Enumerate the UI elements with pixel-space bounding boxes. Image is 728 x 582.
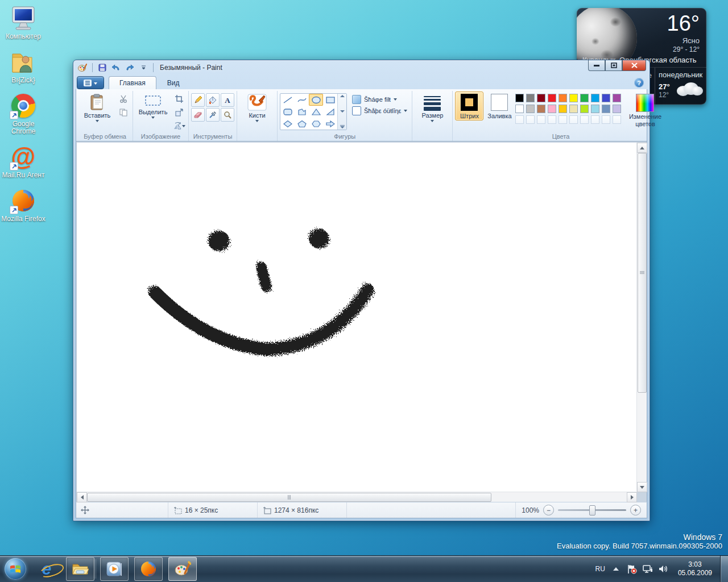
crop-button[interactable]: [172, 93, 186, 105]
help-icon[interactable]: ?: [634, 78, 644, 88]
volume-icon[interactable]: [659, 564, 669, 574]
color-picker-tool-button[interactable]: [206, 108, 220, 122]
redo-button[interactable]: [124, 63, 135, 73]
palette-empty-slot[interactable]: [537, 115, 545, 124]
copy-button[interactable]: [117, 106, 130, 119]
tab-view[interactable]: Вид: [156, 76, 191, 89]
action-center-flag-icon[interactable]: [627, 564, 637, 574]
paint-app-icon[interactable]: [77, 63, 88, 73]
desktop-icon-user-folder[interactable]: Bı{Zick}: [1, 48, 46, 84]
taskbar-paint-button[interactable]: [168, 557, 197, 581]
select-button[interactable]: Выделить: [135, 92, 171, 120]
shape-hexagon[interactable]: [309, 118, 323, 130]
palette-swatch[interactable]: [613, 105, 621, 113]
palette-swatch[interactable]: [515, 94, 524, 102]
palette-swatch[interactable]: [537, 105, 545, 113]
horizontal-scrollbar[interactable]: [77, 492, 637, 502]
desktop-icon-computer[interactable]: Компьютер: [1, 5, 46, 40]
desktop-icon-firefox[interactable]: Mozilla Firefox: [1, 187, 46, 223]
shape-pentagon[interactable]: [295, 118, 309, 130]
start-button[interactable]: [5, 558, 26, 580]
taskbar-clock[interactable]: 3:03 05.06.2009: [675, 560, 715, 577]
cut-button[interactable]: [117, 93, 130, 105]
shape-right-triangle[interactable]: [323, 106, 337, 118]
shape-polygon[interactable]: [295, 106, 309, 118]
rotate-button[interactable]: [172, 120, 186, 132]
horizontal-scroll-thumb[interactable]: [87, 493, 491, 502]
palette-swatch[interactable]: [548, 94, 556, 102]
color2-button[interactable]: Заливка: [485, 92, 514, 120]
palette-swatch[interactable]: [537, 94, 545, 102]
palette-empty-slot[interactable]: [613, 115, 621, 124]
shape-triangle[interactable]: [309, 106, 323, 118]
edit-colors-button[interactable]: Изменение цветов: [624, 92, 666, 128]
zoom-slider-thumb[interactable]: [589, 505, 595, 516]
taskbar-firefox-button[interactable]: [134, 557, 163, 581]
palette-swatch[interactable]: [559, 94, 567, 102]
desktop-icon-chrome[interactable]: Google Chrome: [1, 92, 46, 135]
palette-empty-slot[interactable]: [526, 115, 535, 124]
undo-button[interactable]: [110, 63, 122, 73]
shape-rectangle[interactable]: [323, 94, 337, 106]
paste-button[interactable]: Вставить: [80, 92, 115, 123]
palette-empty-slot[interactable]: [548, 115, 556, 124]
color1-button[interactable]: Штрих: [455, 92, 483, 120]
palette-swatch[interactable]: [548, 105, 556, 113]
close-button[interactable]: [622, 60, 646, 71]
customize-qat-dropdown[interactable]: [138, 63, 149, 73]
taskbar-ie-button[interactable]: e: [33, 558, 60, 580]
shape-diamond[interactable]: [280, 118, 295, 130]
palette-swatch[interactable]: [559, 105, 567, 113]
palette-swatch[interactable]: [515, 105, 524, 113]
palette-swatch[interactable]: [591, 105, 599, 113]
shape-rounded-rectangle[interactable]: [280, 106, 295, 118]
eraser-tool-button[interactable]: [191, 108, 205, 122]
palette-swatch[interactable]: [569, 94, 578, 102]
palette-swatch[interactable]: [602, 94, 610, 102]
scroll-left-button[interactable]: [77, 492, 87, 502]
fill-tool-button[interactable]: [206, 93, 220, 107]
taskbar-explorer-button[interactable]: [66, 557, 94, 581]
taskbar-wmp-button[interactable]: [100, 557, 129, 581]
zoom-slider[interactable]: [558, 509, 626, 511]
palette-empty-slot[interactable]: [559, 115, 567, 124]
title-bar[interactable]: Безымянный - Paint: [73, 60, 650, 75]
restore-button[interactable]: [605, 60, 622, 71]
tab-home[interactable]: Главная: [109, 76, 156, 89]
magnifier-tool-button[interactable]: [221, 108, 234, 122]
shape-fill-button[interactable]: Šħáφe filŧ: [352, 95, 407, 104]
zoom-in-button[interactable]: +: [630, 505, 641, 516]
text-tool-button[interactable]: A: [221, 93, 234, 107]
brushes-button[interactable]: Кисти: [239, 92, 275, 123]
palette-swatch[interactable]: [591, 94, 599, 102]
resize-button[interactable]: [172, 106, 186, 119]
palette-empty-slot[interactable]: [515, 115, 524, 124]
palette-swatch[interactable]: [580, 94, 589, 102]
scroll-up-button[interactable]: [637, 143, 647, 153]
palette-swatch[interactable]: [526, 105, 535, 113]
palette-empty-slot[interactable]: [580, 115, 589, 124]
palette-empty-slot[interactable]: [602, 115, 610, 124]
language-indicator[interactable]: RU: [595, 565, 605, 573]
desktop-icon-mailru[interactable]: @ Mail.Ru Агент: [1, 143, 46, 179]
vertical-scrollbar[interactable]: [636, 143, 647, 492]
palette-empty-slot[interactable]: [569, 115, 578, 124]
pencil-tool-button[interactable]: [191, 93, 205, 107]
drawing-canvas[interactable]: [77, 143, 637, 492]
shape-line[interactable]: [280, 94, 295, 106]
shape-curve[interactable]: [295, 94, 309, 106]
show-hidden-icons-button[interactable]: [611, 564, 621, 574]
palette-swatch[interactable]: [580, 105, 589, 113]
palette-swatch[interactable]: [613, 94, 621, 102]
vertical-scroll-thumb[interactable]: [638, 153, 647, 393]
application-menu-button[interactable]: [77, 76, 104, 89]
palette-swatch[interactable]: [569, 105, 578, 113]
save-button[interactable]: [97, 63, 108, 73]
palette-swatch[interactable]: [526, 94, 535, 102]
network-icon[interactable]: [643, 564, 653, 574]
shape-outline-button[interactable]: Šħåþε óüŧlīηε: [352, 106, 407, 115]
scroll-down-icon[interactable]: [340, 110, 345, 113]
palette-empty-slot[interactable]: [591, 115, 599, 124]
show-desktop-button[interactable]: [720, 556, 728, 582]
scroll-up-icon[interactable]: [340, 95, 345, 97]
